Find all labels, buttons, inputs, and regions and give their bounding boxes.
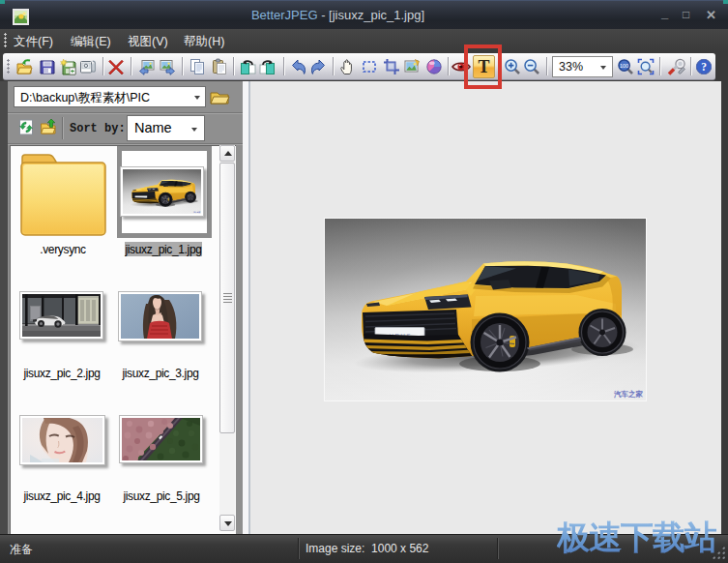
svg-text:汽车之家: 汽车之家 xyxy=(613,390,644,399)
svg-text:?: ? xyxy=(701,61,707,73)
svg-text:100: 100 xyxy=(620,63,628,69)
